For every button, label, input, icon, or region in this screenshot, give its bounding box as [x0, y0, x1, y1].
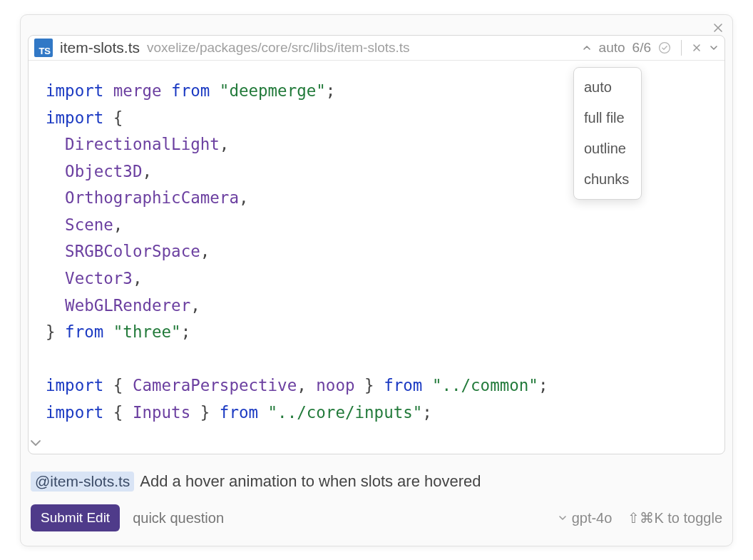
- model-picker[interactable]: gpt-4o: [558, 510, 613, 526]
- toggle-hint: ⇧⌘K to toggle: [628, 509, 722, 526]
- dropdown-item-chunks[interactable]: chunks: [574, 164, 641, 195]
- expand-code-icon[interactable]: [29, 435, 724, 454]
- file-header: TS item-slots.ts voxelize/packages/core/…: [29, 36, 724, 61]
- header-controls: auto 6/6: [582, 40, 719, 56]
- quick-question-input[interactable]: [133, 510, 347, 526]
- model-name: gpt-4o: [572, 510, 613, 526]
- remove-file-icon[interactable]: [692, 43, 702, 53]
- footer-controls: gpt-4o ⇧⌘K to toggle: [558, 509, 722, 526]
- dropdown-item-outline[interactable]: outline: [574, 133, 641, 164]
- svg-point-0: [660, 43, 670, 54]
- file-block: TS item-slots.ts voxelize/packages/core/…: [28, 35, 725, 454]
- separator: [681, 40, 682, 56]
- context-mode-dropdown: auto full file outline chunks: [573, 67, 642, 200]
- context-mode-label[interactable]: auto: [599, 40, 625, 56]
- prompt-row: @item-slots.ts Add a hover animation to …: [28, 472, 725, 492]
- file-name: item-slots.ts: [60, 39, 140, 56]
- context-counter: 6/6: [632, 40, 651, 56]
- chevron-down-icon[interactable]: [709, 43, 719, 53]
- chevron-up-icon[interactable]: [582, 43, 592, 53]
- typescript-file-icon: TS: [34, 39, 53, 57]
- assistant-panel: TS item-slots.ts voxelize/packages/core/…: [20, 14, 733, 546]
- close-icon[interactable]: [711, 21, 725, 35]
- file-path: voxelize/packages/core/src/libs/item-slo…: [147, 40, 410, 56]
- submit-edit-button[interactable]: Submit Edit: [31, 504, 120, 531]
- chevron-down-icon: [558, 513, 568, 523]
- prompt-text[interactable]: Add a hover animation to when slots are …: [140, 472, 481, 491]
- dropdown-item-auto[interactable]: auto: [574, 72, 641, 103]
- bottom-row: Submit Edit gpt-4o ⇧⌘K to toggle: [28, 504, 725, 531]
- context-chip[interactable]: @item-slots.ts: [31, 472, 134, 492]
- dropdown-item-full-file[interactable]: full file: [574, 103, 641, 133]
- check-circle-icon: [658, 41, 671, 54]
